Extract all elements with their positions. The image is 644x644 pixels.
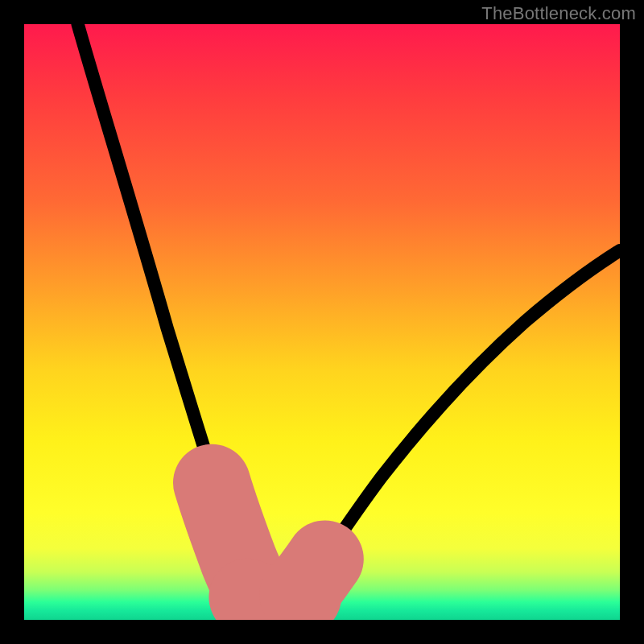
highlight-right-approach [298,559,324,595]
bottleneck-curve [78,24,620,605]
watermark-text: TheBottleneck.com [481,3,636,24]
chart-stage: TheBottleneck.com [0,0,644,644]
plot-area [24,24,620,620]
curve-layer [24,24,620,620]
